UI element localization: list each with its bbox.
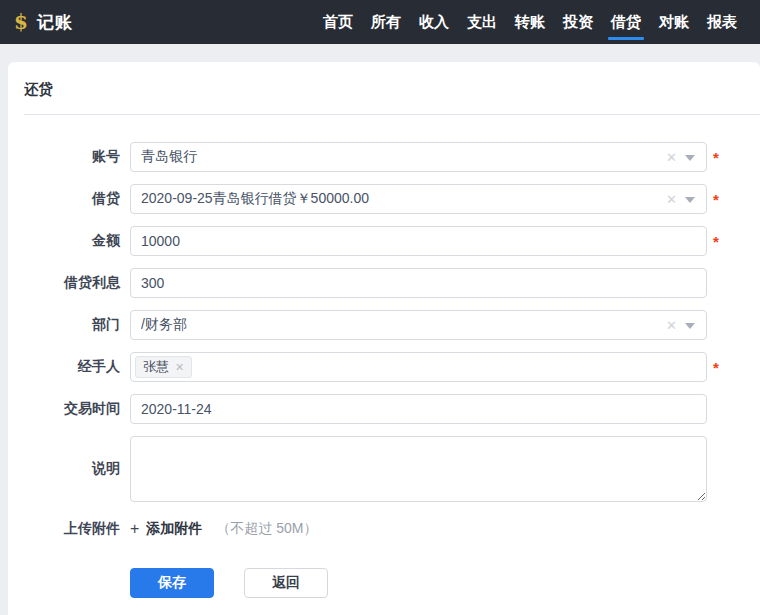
handler-tag: 张慧 ✕ [135,356,192,378]
nav-item-loan[interactable]: 借贷 [602,0,650,44]
page-content: 还贷 账号 ✕ * 借贷 ✕ [0,44,760,615]
amount-input[interactable] [130,226,707,256]
tag-close-icon[interactable]: ✕ [175,362,184,373]
top-navbar: $ 记账 首页 所有 收入 支出 转账 投资 借贷 对账 报表 [0,0,760,44]
form-row-note: 说明 [8,436,760,502]
plus-icon: + [130,521,139,537]
nav-item-reconcile[interactable]: 对账 [650,0,698,44]
clear-icon[interactable]: ✕ [666,151,677,164]
dollar-icon: $ [14,12,28,32]
required-marker: * [713,234,719,249]
form-row-date: 交易时间 [8,394,760,424]
app-title: 记账 [37,11,73,34]
required-marker: * [713,150,719,165]
back-button[interactable]: 返回 [244,568,328,598]
form-row-department: 部门 ✕ [8,310,760,340]
loan-label: 借贷 [8,190,120,208]
upload-label: 上传附件 [8,520,120,538]
nav-item-home[interactable]: 首页 [314,0,362,44]
add-attachment-button[interactable]: + 添加附件 [130,520,202,538]
handler-tag-input[interactable]: 张慧 ✕ [130,352,707,382]
required-marker: * [713,192,719,207]
nav-item-transfer[interactable]: 转账 [506,0,554,44]
amount-label: 金额 [8,232,120,250]
account-label: 账号 [8,148,120,166]
required-marker: * [713,360,719,375]
form-card: 还贷 账号 ✕ * 借贷 ✕ [8,62,760,615]
form-row-account: 账号 ✕ * [8,142,760,172]
chevron-down-icon[interactable] [685,197,695,203]
note-textarea[interactable] [130,436,707,502]
page-title: 还贷 [24,79,744,99]
nav-item-expense[interactable]: 支出 [458,0,506,44]
repay-loan-form: 账号 ✕ * 借贷 ✕ * 金额 [8,115,760,598]
nav-item-all[interactable]: 所有 [362,0,410,44]
form-row-interest: 借贷利息 [8,268,760,298]
chevron-down-icon[interactable] [685,155,695,161]
save-button[interactable]: 保存 [130,568,214,598]
account-select[interactable] [130,142,707,172]
form-row-loan: 借贷 ✕ * [8,184,760,214]
upload-size-hint: （不超过 50M） [216,520,317,538]
handler-label: 经手人 [8,358,120,376]
nav-item-income[interactable]: 收入 [410,0,458,44]
department-label: 部门 [8,316,120,334]
chevron-down-icon[interactable] [685,323,695,329]
form-actions: 保存 返回 [130,568,760,598]
interest-label: 借贷利息 [8,274,120,292]
add-attachment-label: 添加附件 [146,520,202,538]
form-row-handler: 经手人 张慧 ✕ * [8,352,760,382]
handler-tag-text: 张慧 [143,358,169,376]
interest-input[interactable] [130,268,707,298]
loan-select[interactable] [130,184,707,214]
clear-icon[interactable]: ✕ [666,193,677,206]
form-row-upload: 上传附件 + 添加附件 （不超过 50M） [8,520,760,538]
nav-menu: 首页 所有 收入 支出 转账 投资 借贷 对账 报表 [314,0,746,44]
date-label: 交易时间 [8,400,120,418]
app-logo[interactable]: $ 记账 [14,11,73,34]
nav-item-invest[interactable]: 投资 [554,0,602,44]
department-select[interactable] [130,310,707,340]
nav-item-report[interactable]: 报表 [698,0,746,44]
clear-icon[interactable]: ✕ [666,319,677,332]
form-row-amount: 金额 * [8,226,760,256]
transaction-date-input[interactable] [130,394,707,424]
note-label: 说明 [8,460,120,478]
